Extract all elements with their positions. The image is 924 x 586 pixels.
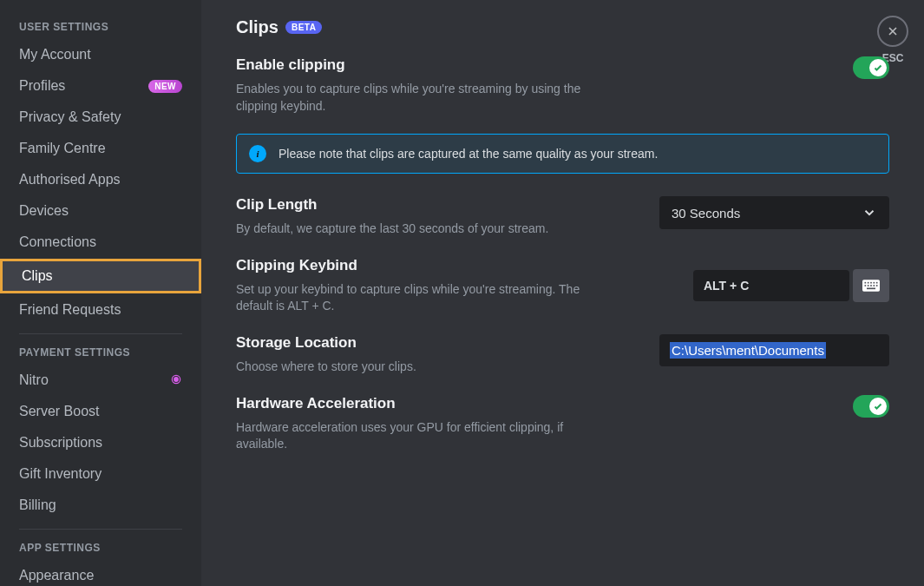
clip-length-select[interactable]: 30 Seconds [659, 196, 889, 229]
storage-location-value: C:\Users\ment\Documents [670, 342, 826, 359]
nitro-icon [170, 373, 182, 388]
svg-rect-5 [870, 282, 872, 284]
sidebar-item-label: Devices [19, 203, 69, 219]
sidebar-item-friend-requests[interactable]: Friend Requests [7, 295, 194, 325]
svg-rect-6 [874, 282, 875, 284]
clip-length-row: Clip Length By default, we capture the l… [236, 196, 889, 238]
page-title-row: Clips BETA [236, 17, 889, 37]
keybind-desc: Set up your keybind to capture clips whi… [236, 281, 600, 315]
sidebar-item-server-boost[interactable]: Server Boost [7, 397, 194, 426]
clip-length-title: Clip Length [236, 196, 600, 214]
enable-clipping-desc: Enables you to capture clips while you'r… [236, 81, 600, 115]
divider [19, 333, 182, 334]
new-badge: NEW [148, 80, 182, 93]
sidebar-item-clips[interactable]: Clips [0, 259, 201, 293]
keybind-record-button[interactable] [853, 269, 889, 302]
chevron-down-icon [862, 205, 877, 221]
clip-length-value: 30 Seconds [672, 206, 740, 221]
svg-rect-10 [870, 286, 872, 287]
check-icon [873, 63, 883, 73]
sidebar-item-appearance[interactable]: Appearance [7, 561, 194, 586]
svg-rect-8 [865, 286, 867, 287]
hw-accel-toggle[interactable] [853, 395, 889, 418]
beta-badge: BETA [285, 21, 322, 34]
divider [19, 529, 182, 530]
sidebar-item-label: Subscriptions [19, 435, 102, 451]
sidebar-item-gift-inventory[interactable]: Gift Inventory [7, 459, 194, 489]
sidebar-item-billing[interactable]: Billing [7, 491, 194, 520]
svg-rect-9 [868, 286, 869, 287]
close-button[interactable] [877, 16, 908, 47]
svg-rect-7 [876, 282, 878, 284]
quality-notice: i Please note that clips are captured at… [236, 134, 889, 174]
sidebar-item-label: Connections [19, 234, 96, 250]
hw-accel-title: Hardware Acceleration [236, 395, 600, 412]
sidebar-item-label: My Account [19, 47, 91, 63]
sidebar-item-label: Privacy & Safety [19, 109, 121, 125]
keybind-title: Clipping Keybind [236, 257, 600, 274]
sidebar-item-label: Appearance [19, 568, 94, 583]
enable-clipping-row: Enable clipping Enables you to capture c… [236, 56, 889, 115]
sidebar-item-label: Profiles [19, 78, 65, 94]
sidebar-item-family-centre[interactable]: Family Centre [7, 134, 194, 163]
svg-rect-11 [874, 286, 875, 287]
page-title: Clips [236, 17, 279, 37]
hw-accel-desc: Hardware acceleration uses your GPU for … [236, 419, 600, 453]
sidebar-item-label: Server Boost [19, 404, 99, 419]
sidebar-item-my-account[interactable]: My Account [7, 40, 194, 69]
svg-rect-3 [865, 282, 867, 284]
hw-accel-row: Hardware Acceleration Hardware accelerat… [236, 395, 889, 453]
notice-text: Please note that clips are captured at t… [279, 147, 658, 161]
sidebar-section-app-settings: APP SETTINGS [7, 538, 194, 559]
sidebar-item-subscriptions[interactable]: Subscriptions [7, 428, 194, 458]
storage-row: Storage Location Choose where to store y… [236, 334, 889, 376]
enable-clipping-title: Enable clipping [236, 56, 600, 74]
svg-rect-4 [868, 282, 869, 284]
info-icon: i [249, 145, 266, 162]
sidebar-section-payment-settings: PAYMENT SETTINGS [7, 343, 194, 364]
settings-sidebar: USER SETTINGS My Account Profiles NEW Pr… [0, 0, 201, 586]
sidebar-item-profiles[interactable]: Profiles NEW [7, 71, 194, 101]
sidebar-item-label: Clips [22, 268, 53, 284]
svg-point-0 [174, 377, 179, 382]
sidebar-item-label: Friend Requests [19, 302, 121, 318]
sidebar-item-connections[interactable]: Connections [7, 227, 194, 257]
close-icon [886, 24, 900, 38]
svg-rect-12 [876, 286, 878, 287]
sidebar-item-label: Family Centre [19, 141, 106, 156]
storage-desc: Choose where to store your clips. [236, 359, 600, 376]
sidebar-item-label: Authorised Apps [19, 172, 121, 188]
svg-rect-13 [867, 288, 875, 290]
sidebar-item-authorised-apps[interactable]: Authorised Apps [7, 165, 194, 194]
sidebar-item-devices[interactable]: Devices [7, 196, 194, 226]
sidebar-section-user-settings: USER SETTINGS [7, 17, 194, 38]
keybind-row: Clipping Keybind Set up your keybind to … [236, 257, 889, 315]
sidebar-item-label: Billing [19, 497, 56, 513]
sidebar-item-privacy-safety[interactable]: Privacy & Safety [7, 102, 194, 132]
sidebar-item-label: Nitro [19, 372, 49, 388]
clip-length-desc: By default, we capture the last 30 secon… [236, 221, 600, 238]
storage-location-field[interactable]: C:\Users\ment\Documents [659, 334, 889, 366]
storage-title: Storage Location [236, 334, 600, 352]
check-icon [873, 401, 883, 412]
settings-content: ESC Clips BETA Enable clipping Enables y… [201, 0, 924, 586]
enable-clipping-toggle[interactable] [853, 56, 889, 79]
keybind-input[interactable] [693, 270, 849, 301]
sidebar-item-label: Gift Inventory [19, 466, 102, 482]
keyboard-icon [862, 280, 880, 292]
sidebar-item-nitro[interactable]: Nitro [7, 365, 194, 395]
